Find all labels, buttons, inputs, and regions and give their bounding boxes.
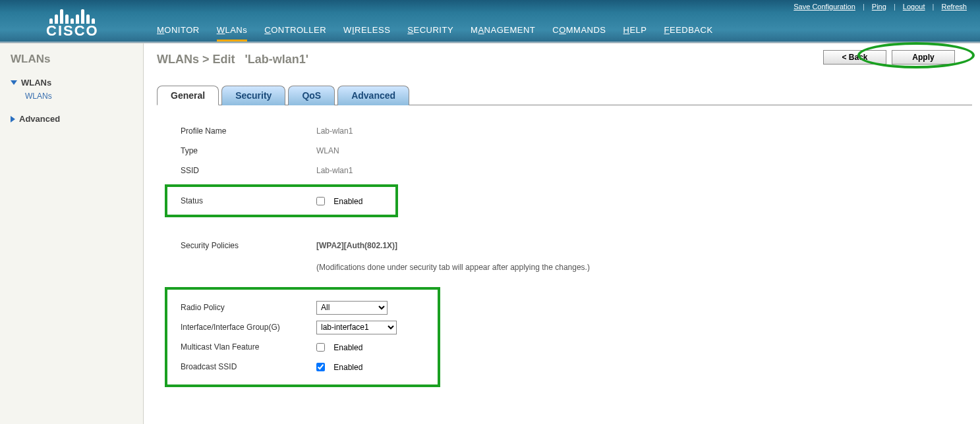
separator: | — [863, 3, 865, 11]
tab-qos[interactable]: QoS — [288, 86, 335, 105]
sidebar-subitem-wlans[interactable]: WLANs — [25, 92, 143, 101]
expand-icon — [11, 80, 17, 85]
broadcast-ssid-check-label: Enabled — [333, 363, 362, 372]
cisco-logo-bars — [46, 5, 99, 24]
type-label: Type — [181, 146, 316, 155]
nav-controller[interactable]: CONTROLLER — [264, 25, 326, 39]
status-highlight-box: Status Enabled — [165, 184, 398, 217]
tab-security[interactable]: Security — [221, 86, 285, 105]
main-nav: MONITOR WLANs CONTROLLER WIRELESS SECURI… — [157, 25, 713, 39]
type-value: WLAN — [316, 146, 339, 155]
nav-help[interactable]: HELP — [623, 25, 647, 39]
logout-link[interactable]: Logout — [903, 3, 925, 11]
collapse-icon — [11, 116, 15, 122]
radio-policy-label: Radio Policy — [181, 303, 316, 312]
save-config-link[interactable]: Save Configuration — [793, 3, 855, 11]
breadcrumb-path: WLANs > Edit — [157, 53, 235, 66]
separator: | — [894, 3, 896, 11]
sidebar-item-label: Advanced — [19, 114, 60, 124]
status-label: Status — [181, 196, 316, 205]
cisco-logo: CISCO — [46, 5, 99, 40]
nav-management[interactable]: MANAGEMENT — [471, 25, 535, 39]
security-policies-value: [WPA2][Auth(802.1X)] — [316, 241, 397, 250]
tabs: General Security QoS Advanced — [157, 85, 972, 105]
security-policies-label: Security Policies — [181, 241, 316, 250]
broadcast-ssid-label: Broadcast SSID — [181, 362, 316, 371]
profile-name-label: Profile Name — [181, 126, 316, 136]
tab-advanced[interactable]: Advanced — [337, 86, 409, 105]
refresh-link[interactable]: Refresh — [941, 3, 967, 11]
top-bar: Save Configuration | Ping | Logout | Ref… — [0, 0, 980, 43]
nav-wlans[interactable]: WLANs — [217, 25, 248, 39]
sidebar-item-wlans[interactable]: WLANs — [11, 78, 143, 88]
nav-monitor[interactable]: MONITOR — [157, 25, 200, 39]
ssid-value: Lab-wlan1 — [316, 166, 353, 175]
radio-highlight-box: Radio Policy All Interface/Interface Gro… — [165, 287, 440, 387]
interface-group-label: Interface/Interface Group(G) — [181, 323, 316, 332]
action-buttons: < Back Apply — [823, 50, 955, 65]
nav-security[interactable]: SECURITY — [407, 25, 453, 39]
separator: | — [933, 3, 935, 11]
nav-feedback[interactable]: FEEDBACK — [664, 25, 713, 39]
multicast-vlan-label: Multicast Vlan Feature — [181, 342, 316, 352]
ssid-label: SSID — [181, 166, 316, 175]
status-check-label: Enabled — [333, 197, 362, 206]
radio-policy-select[interactable]: All — [316, 301, 388, 315]
ping-link[interactable]: Ping — [872, 3, 886, 11]
sidebar: WLANs WLANs WLANs Advanced — [0, 43, 144, 424]
content-area: WLANs > Edit 'Lab-wlan1' < Back Apply Ge… — [144, 43, 980, 424]
tab-general[interactable]: General — [157, 86, 219, 105]
nav-wireless[interactable]: WIRELESS — [343, 25, 390, 39]
sidebar-item-advanced[interactable]: Advanced — [11, 114, 143, 124]
nav-commands[interactable]: COMMANDS — [552, 25, 606, 39]
sidebar-item-label: WLANs — [21, 78, 51, 88]
interface-group-select[interactable]: lab-interface1 — [316, 321, 397, 334]
cisco-logo-text: CISCO — [46, 22, 99, 40]
sidebar-title: WLANs — [11, 53, 143, 66]
status-checkbox[interactable] — [316, 197, 325, 205]
utility-links: Save Configuration | Ping | Logout | Ref… — [792, 3, 968, 11]
back-button[interactable]: < Back — [823, 50, 886, 65]
form-area: Profile Name Lab-wlan1 Type WLAN SSID La… — [157, 105, 972, 387]
security-policies-hint: (Modifications done under security tab w… — [316, 263, 590, 272]
broadcast-ssid-checkbox[interactable] — [316, 363, 325, 371]
multicast-vlan-checkbox[interactable] — [316, 343, 325, 352]
profile-name-value: Lab-wlan1 — [316, 126, 353, 136]
breadcrumb-item-name: 'Lab-wlan1' — [245, 53, 309, 66]
multicast-vlan-check-label: Enabled — [333, 343, 362, 352]
apply-button[interactable]: Apply — [892, 50, 955, 65]
